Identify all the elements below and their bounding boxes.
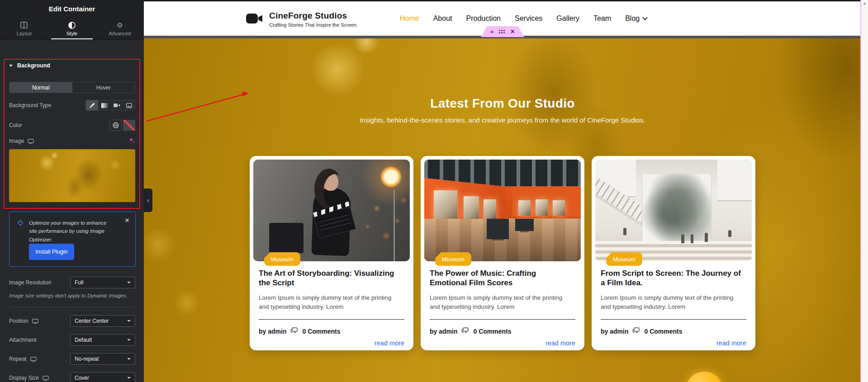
tab-style-label: Style	[66, 31, 77, 36]
delete-element-icon[interactable]: ✕	[510, 28, 515, 35]
video-background-icon[interactable]	[110, 100, 123, 110]
responsive-monitor-icon[interactable]	[32, 319, 38, 324]
style-icon	[68, 22, 76, 29]
post-excerpt: Lorem Ipsum is simply dummy text of the …	[601, 293, 745, 311]
divider	[601, 319, 746, 320]
display-size-value: Cover	[75, 375, 89, 381]
position-value: Center Center	[75, 318, 109, 324]
tab-hover[interactable]: Hover	[72, 82, 135, 93]
post-title[interactable]: The Power of Music: Crafting Emotional F…	[430, 269, 575, 288]
drag-handle-icon[interactable]	[499, 30, 505, 33]
repeat-row: Repeat No-repeat	[9, 353, 135, 365]
nav-item-team[interactable]: Team	[593, 14, 611, 23]
post-comments[interactable]: 0 Comments	[644, 328, 682, 335]
category-badge[interactable]: Museum	[264, 252, 300, 266]
global-color-icon[interactable]	[109, 120, 122, 131]
nav-item-services[interactable]: Services	[515, 14, 542, 23]
divider	[430, 319, 575, 320]
color-label: Color	[9, 122, 22, 128]
brand-tagline: Crafting Stories That Inspire the Screen…	[269, 22, 358, 28]
image-resolution-label: Image Resolution	[9, 279, 51, 286]
preview-canvas: CineForge Studios Crafting Stories That …	[144, 0, 861, 382]
tab-advanced[interactable]: ⚙ Advanced	[96, 19, 144, 39]
background-type-row: Background Type	[9, 100, 135, 111]
layout-icon	[20, 22, 28, 29]
panel-collapse-handle[interactable]: ‹	[144, 189, 152, 212]
chevron-left-icon: ‹	[147, 197, 149, 204]
page-scrollbar[interactable]: ▲	[861, 0, 868, 382]
read-more-link[interactable]: read more	[716, 340, 746, 347]
position-select[interactable]: Center Center	[70, 315, 135, 327]
display-size-select[interactable]: Cover	[70, 372, 135, 382]
post-title[interactable]: The Art of Storyboarding: Visualizing th…	[259, 269, 404, 288]
responsive-monitor-icon[interactable]	[28, 139, 34, 144]
nav-item-production[interactable]: Production	[466, 14, 501, 23]
post-excerpt: Lorem Ipsum is simply dummy text of the …	[430, 293, 574, 311]
site-logo[interactable]: CineForge Studios Crafting Stories That …	[246, 11, 358, 28]
classic-background-icon[interactable]	[86, 100, 98, 110]
color-picker-swatch[interactable]	[123, 120, 135, 131]
blog-card: Museum The Power of Music: Crafting Emot…	[421, 156, 584, 350]
chevron-down-icon	[127, 358, 131, 360]
blog-card-image-storyboarding[interactable]	[253, 160, 410, 261]
chevron-down-icon	[127, 339, 131, 341]
blog-card-image-gallery[interactable]	[424, 160, 581, 261]
responsive-monitor-icon[interactable]	[30, 357, 37, 362]
floating-chat-button[interactable]	[686, 372, 723, 382]
display-size-row: Display Size Cover	[9, 372, 135, 382]
position-label: Position	[9, 318, 28, 324]
nav-item-about[interactable]: About	[433, 14, 452, 23]
nav-item-blog[interactable]: Blog	[625, 14, 648, 23]
comments-icon	[290, 327, 298, 335]
background-type-label: Background Type	[9, 102, 51, 108]
close-icon[interactable]: ✕	[123, 217, 131, 224]
tab-normal[interactable]: Normal	[9, 82, 72, 93]
position-row: Position Center Center	[9, 315, 135, 327]
canvas-top-border	[144, 0, 861, 1]
background-section-title: Background	[17, 62, 50, 69]
image-row: Image	[9, 137, 135, 145]
image-optimizer-notice: Optimize your images to enhance site per…	[9, 212, 136, 267]
blog-card-image-museum-atrium[interactable]	[595, 160, 752, 261]
tab-layout[interactable]: Layout	[0, 19, 48, 39]
image-resolution-select[interactable]: Full	[70, 277, 135, 288]
nav-item-gallery[interactable]: Gallery	[556, 14, 579, 23]
post-meta: by admin 0 Comments	[259, 327, 404, 335]
main-nav: Home About Production Services Gallery T…	[400, 0, 648, 37]
post-meta: by admin 0 Comments	[430, 327, 575, 335]
chevron-down-icon	[9, 65, 13, 67]
category-badge[interactable]: Museum	[606, 252, 642, 266]
hero-section: Latest From Our Studio Insights, behind-…	[144, 38, 861, 382]
comments-icon	[461, 327, 469, 335]
panel-tab-bar: Layout Style ⚙ Advanced	[0, 19, 144, 40]
install-plugin-button[interactable]: Install Plugin	[29, 244, 74, 260]
post-author: by admin	[601, 328, 628, 335]
divider	[9, 307, 135, 307]
attachment-label: Attachment	[9, 337, 37, 343]
nav-item-home[interactable]: Home	[400, 14, 419, 23]
gradient-background-icon[interactable]	[98, 100, 110, 110]
scroll-up-arrow-icon[interactable]: ▲	[861, 1, 868, 5]
tab-style[interactable]: Style	[48, 19, 96, 39]
container-element-handle: + ✕	[481, 26, 524, 37]
tab-layout-label: Layout	[16, 31, 31, 36]
chevron-down-icon	[127, 320, 131, 322]
slideshow-background-icon[interactable]	[123, 100, 135, 110]
read-more-link[interactable]: read more	[545, 340, 575, 347]
category-badge[interactable]: Museum	[435, 252, 471, 266]
background-section-header[interactable]: Background	[9, 62, 50, 69]
hero-subtitle: Insights, behind-the-scenes stories, and…	[144, 116, 861, 124]
post-comments[interactable]: 0 Comments	[473, 328, 511, 335]
display-size-label: Display Size	[9, 375, 39, 381]
responsive-monitor-icon[interactable]	[43, 376, 49, 381]
background-image-preview[interactable]	[9, 149, 135, 202]
ai-sparkle-icon[interactable]	[128, 137, 135, 146]
read-more-link[interactable]: read more	[375, 340, 404, 347]
post-comments[interactable]: 0 Comments	[302, 328, 340, 335]
add-element-icon[interactable]: +	[490, 28, 494, 35]
post-title[interactable]: From Script to Screen: The Journey of a …	[601, 269, 746, 288]
repeat-select[interactable]: No-repeat	[70, 353, 135, 365]
state-tabs: Normal Hover	[9, 82, 135, 93]
attachment-select[interactable]: Default	[70, 334, 135, 346]
color-row: Color	[9, 120, 135, 131]
